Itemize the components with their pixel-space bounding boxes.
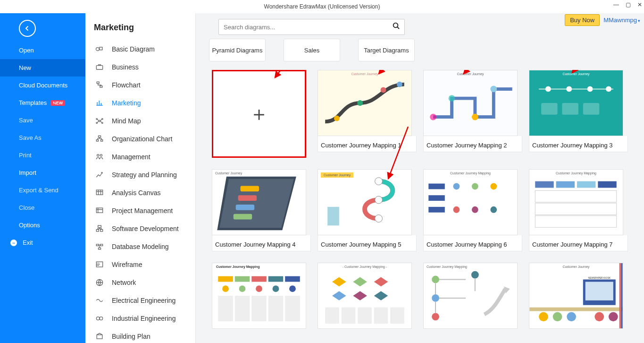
minimize-icon[interactable]: — <box>613 1 619 8</box>
template-thumbnail: Customer Journey <box>318 169 412 235</box>
sidebar-item-label: Options <box>19 222 40 229</box>
category-item-basic-diagram[interactable]: Basic Diagram <box>85 40 195 58</box>
sidebar-item-import[interactable]: Import <box>0 164 85 181</box>
category-item-flowchart[interactable]: Flowchart <box>85 76 195 94</box>
svg-point-63 <box>490 206 497 213</box>
category-label: Software Development <box>112 225 179 232</box>
chart-icon <box>95 98 104 108</box>
svg-rect-84 <box>268 296 284 321</box>
category-item-building-plan[interactable]: Building Plan <box>85 327 195 343</box>
svg-rect-15 <box>96 190 102 195</box>
svg-rect-47 <box>241 186 259 192</box>
net-icon <box>95 278 104 287</box>
search-box[interactable] <box>218 19 405 35</box>
sidebar-item-options[interactable]: Options <box>0 216 85 234</box>
category-header: Marketing <box>85 13 195 40</box>
template-card[interactable]: Customer JourneyCustomer Journey Mapping… <box>423 70 522 158</box>
category-item-wireframe[interactable]: Wireframe <box>85 256 195 274</box>
category-item-project-management[interactable]: Project Management <box>85 202 195 220</box>
category-label: Database Modeling <box>112 243 169 250</box>
template-card[interactable]: Customer Journey MappingCustomer Journey… <box>423 169 522 251</box>
svg-rect-65 <box>556 181 575 188</box>
build-icon <box>95 332 104 341</box>
db-icon <box>95 242 104 251</box>
category-item-organizational-chart[interactable]: Organizational Chart <box>85 130 195 148</box>
user-account-link[interactable]: MMawnmpg <box>603 17 640 24</box>
sidebar-item-new[interactable]: New <box>0 59 85 77</box>
maximize-icon[interactable]: ▢ <box>626 1 631 8</box>
category-item-mind-map[interactable]: Mind Map <box>85 112 195 130</box>
template-thumbnail: Customer Journey <box>529 70 623 136</box>
category-item-strategy-and-planning[interactable]: Strategy and Planning <box>85 166 195 184</box>
ind-icon <box>95 314 104 323</box>
svg-point-51 <box>375 178 383 185</box>
template-thumbnail: Customer Journey <box>423 70 518 136</box>
svg-point-40 <box>545 86 551 92</box>
category-item-network[interactable]: Network <box>85 274 195 292</box>
close-icon[interactable]: ✕ <box>637 1 642 8</box>
template-label: Customer Journey Mapping 3 <box>529 136 628 152</box>
template-card[interactable]: Customer Journey Mapping <box>212 263 311 329</box>
sidebar-item-exit[interactable]: –Exit <box>0 234 85 251</box>
strategy-icon <box>95 170 104 180</box>
template-thumbnail: Customer Journey <box>212 169 306 235</box>
back-button[interactable] <box>19 20 36 37</box>
svg-point-58 <box>453 183 460 190</box>
search-input[interactable] <box>224 24 392 31</box>
template-thumbnail: Customer JourneyNEWSPAPER KIOSK <box>529 263 623 329</box>
svg-rect-54 <box>327 207 339 225</box>
svg-rect-94 <box>358 308 372 324</box>
category-item-software-development[interactable]: Software Development <box>85 220 195 238</box>
sidebar-item-cloud-documents[interactable]: Cloud Documents <box>0 77 85 94</box>
subcategory-chip[interactable]: Sales <box>284 39 340 61</box>
category-sidebar: Marketing Basic DiagramBusinessFlowchart… <box>85 13 196 343</box>
sidebar-item-label: Open <box>19 47 34 54</box>
template-card[interactable]: Customer JourneyCustomer Journey Mapping… <box>529 70 628 158</box>
svg-point-107 <box>553 312 562 322</box>
category-item-industrial-engineering[interactable]: Industrial Engineering <box>85 309 195 327</box>
category-item-marketing[interactable]: Marketing <box>85 94 195 112</box>
template-card[interactable]: Customer Journey Mapping <box>423 263 522 329</box>
sidebar-item-save[interactable]: Save <box>0 111 85 129</box>
category-item-analysis-canvas[interactable]: Analysis Canvas <box>85 184 195 202</box>
svg-marker-86 <box>332 277 346 287</box>
sidebar-item-templates[interactable]: TemplatesNEW <box>0 94 85 111</box>
buy-now-button[interactable]: Buy Now <box>565 14 600 26</box>
template-card[interactable]: Customer JourneyCustomer Journey Mapping… <box>318 169 417 251</box>
sidebar-item-close[interactable]: Close <box>0 199 85 216</box>
sidebar-item-open[interactable]: Open <box>0 42 85 59</box>
svg-rect-11 <box>96 140 98 141</box>
svg-rect-75 <box>285 276 300 282</box>
template-label: Customer Journey Mapping 4 <box>212 235 311 251</box>
sidebar-item-label: Print <box>19 152 32 159</box>
template-label: Customer Journey Mapping 1 <box>318 136 417 152</box>
subcategory-chip[interactable]: Pyramid Diagrams <box>209 39 266 61</box>
subcategory-chip[interactable]: Target Diagrams <box>358 39 415 61</box>
svg-rect-92 <box>325 308 339 324</box>
template-blank[interactable]: ＋ <box>212 70 311 158</box>
svg-rect-19 <box>100 230 103 232</box>
svg-point-0 <box>96 48 100 51</box>
template-card[interactable]: - Customer Journey Mapping - <box>318 263 417 329</box>
sidebar-item-save-as[interactable]: Save As <box>0 129 85 146</box>
category-label: Electrical Engineering <box>112 297 176 304</box>
svg-point-13 <box>97 154 99 156</box>
category-item-electrical-engineering[interactable]: Electrical Engineering <box>85 292 195 309</box>
template-card[interactable]: Customer Journey MappingCustomer Journey… <box>529 169 628 251</box>
svg-point-30 <box>393 23 398 28</box>
svg-point-59 <box>472 183 478 190</box>
template-card[interactable]: Customer JourneyCustomer Journey Mapping… <box>318 70 417 158</box>
category-item-database-modeling[interactable]: Database Modeling <box>85 238 195 256</box>
sidebar-item-export-send[interactable]: Export & Send <box>0 181 85 199</box>
category-item-business[interactable]: Business <box>85 58 195 76</box>
category-item-management[interactable]: Management <box>85 148 195 166</box>
sidebar-item-print[interactable]: Print <box>0 146 85 164</box>
template-card[interactable]: Customer JourneyCustomer Journey Mapping… <box>212 169 311 251</box>
svg-rect-70 <box>535 216 616 228</box>
sidebar-item-label: Cloud Documents <box>19 82 67 89</box>
svg-rect-3 <box>97 82 99 83</box>
template-card[interactable]: Customer JourneyNEWSPAPER KIOSK <box>529 263 628 329</box>
svg-point-32 <box>357 100 363 106</box>
svg-point-110 <box>609 312 618 322</box>
search-icon[interactable] <box>392 22 401 32</box>
